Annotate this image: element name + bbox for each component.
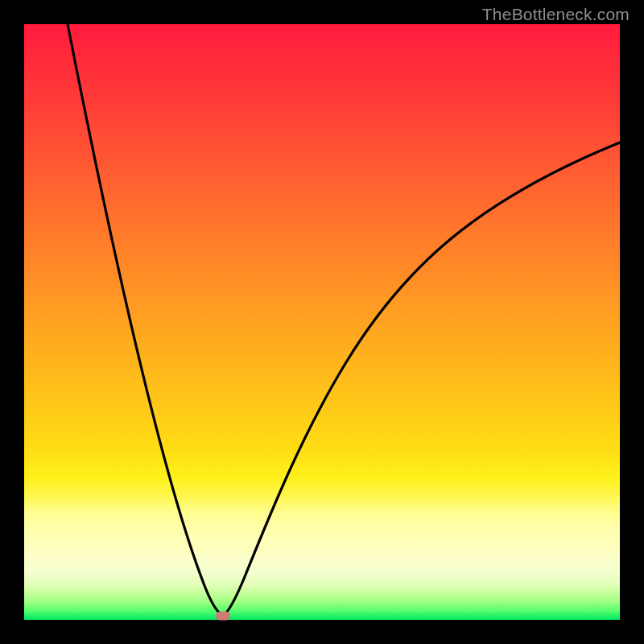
watermark: TheBottleneck.com xyxy=(482,5,630,24)
chart-container: TheBottleneck.com xyxy=(0,0,644,644)
plot-area xyxy=(24,24,620,620)
optimal-point-marker xyxy=(216,612,230,621)
bottleneck-curve xyxy=(24,24,620,620)
